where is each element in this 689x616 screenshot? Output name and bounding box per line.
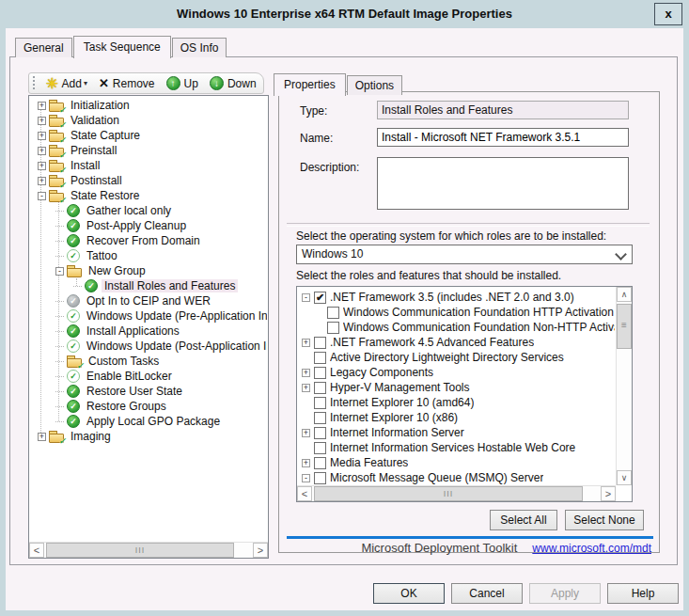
scrollbar-thumb[interactable]: III [46,543,234,558]
mdt-link[interactable]: www.microsoft.com/mdt [532,542,651,555]
expand-icon[interactable]: + [38,177,46,185]
close-button[interactable]: x [654,3,682,25]
role-checkbox[interactable] [314,412,326,424]
expand-icon[interactable]: + [38,433,46,441]
os-dropdown[interactable]: Windows 10 [296,245,633,264]
role-item[interactable]: Windows Communication Foundation Non-HTT… [298,320,615,335]
add-button[interactable]: ✳ Add ▾ [40,73,93,93]
collapse-icon[interactable]: - [38,192,46,200]
tree-item[interactable]: +✓Validation [30,113,267,128]
tree-item[interactable]: -✓State Restore [30,188,267,203]
role-checkbox[interactable] [327,307,339,319]
role-item[interactable]: +Media Features [298,455,615,470]
role-item[interactable]: +Hyper-V Management Tools [298,380,615,395]
role-item[interactable]: Internet Explorer 10 (amd64) [298,395,615,410]
tab-general[interactable]: General [15,38,72,57]
ok-button[interactable]: OK [373,583,445,604]
tree-item[interactable]: +✓State Capture [30,128,267,143]
tree-item[interactable]: +✓Imaging [30,429,267,444]
role-checkbox[interactable] [314,397,326,409]
help-button[interactable]: Help [607,583,679,604]
tab-properties[interactable]: Properties [274,73,346,96]
scroll-left-icon[interactable]: < [29,543,44,558]
tree-item[interactable]: +✓Postinstall [30,173,267,188]
select-all-button[interactable]: Select All [490,510,557,530]
tree-item[interactable]: ✓Apply Local GPO Package [30,414,267,429]
collapse-icon[interactable]: - [55,267,64,276]
tree-item[interactable]: -New Group [30,263,267,278]
role-checkbox[interactable] [314,427,326,439]
collapse-icon[interactable]: - [302,474,310,482]
tab-options[interactable]: Options [347,75,402,95]
tree-item[interactable]: ✓Post-Apply Cleanup [30,218,267,233]
scroll-up-icon[interactable]: ∧ [617,287,632,302]
tree-item[interactable]: ✓Restore Groups [30,399,267,414]
select-none-button[interactable]: Select None [565,510,644,530]
role-item[interactable]: -✔.NET Framework 3.5 (includes .NET 2.0 … [298,290,615,305]
role-item[interactable]: -Microsoft Message Queue (MSMQ) Server [298,470,615,484]
roles-vertical-scrollbar[interactable]: ∧ ≡ ∨ [616,287,632,485]
tree-item[interactable]: ✓Enable BitLocker [30,369,267,384]
role-item[interactable]: +Legacy Components [298,365,615,380]
expand-icon[interactable]: + [38,162,46,170]
tree-item[interactable]: ✓Install Applications [30,324,267,339]
tree-item[interactable]: +✓Initialization [30,98,267,113]
step-green-check-icon: ✓ [67,204,80,217]
tree-item[interactable]: ✓Windows Update (Pre-Application Install… [30,308,267,324]
tree-item[interactable]: ✓Restore User State [30,384,267,399]
scroll-left-icon[interactable]: < [297,486,312,501]
scrollbar-thumb[interactable]: III [314,486,583,501]
tab-os-info[interactable]: OS Info [172,38,227,57]
role-checkbox[interactable] [314,457,326,469]
tab-task-sequence[interactable]: Task Sequence [73,36,171,58]
role-checkbox[interactable] [314,472,326,484]
tree-item[interactable]: ✓Custom Tasks [30,354,267,369]
scrollbar-thumb[interactable]: ≡ [617,304,632,349]
tree-item[interactable]: ✓Gather local only [30,203,267,218]
expand-icon[interactable]: + [302,459,310,467]
tree-horizontal-scrollbar[interactable]: < III > [29,542,268,558]
tree-item[interactable]: ✓Install Roles and Features [30,278,267,293]
tree-item[interactable]: +✓Preinstall [30,143,267,158]
expand-icon[interactable]: + [38,132,46,140]
up-button[interactable]: ↑ Up [161,73,204,93]
collapse-icon[interactable]: - [302,293,310,302]
role-item[interactable]: +.NET Framework 4.5 Advanced Features [298,335,615,350]
scroll-right-icon[interactable]: > [253,543,268,558]
tree-item[interactable]: ✓Tattoo [30,248,267,263]
role-checkbox[interactable] [314,352,326,364]
apply-button[interactable]: Apply [529,583,601,604]
role-checkbox[interactable] [327,322,339,334]
tree-item[interactable]: ✓Recover From Domain [30,233,267,248]
role-checkbox[interactable] [314,337,326,349]
scroll-right-icon[interactable]: > [601,486,616,501]
expand-icon[interactable]: + [302,339,310,347]
role-checkbox[interactable] [314,442,326,454]
role-item[interactable]: Internet Explorer 10 (x86) [298,410,615,425]
expand-icon[interactable]: + [38,147,46,155]
description-input[interactable] [377,157,629,210]
tree-item[interactable]: ✓Opt In to CEIP and WER [30,293,267,308]
role-checkbox[interactable] [314,367,326,379]
cancel-button[interactable]: Cancel [451,583,523,604]
expand-icon[interactable]: + [38,102,46,110]
tree-item[interactable]: ✓Windows Update (Post-Application Instal… [30,339,267,354]
role-item[interactable]: +Internet Information Server [298,425,615,440]
scroll-down-icon[interactable]: ∨ [617,470,632,485]
tree-item[interactable]: +✓Install [30,158,267,173]
role-item[interactable]: Windows Communication Foundation HTTP Ac… [298,305,615,320]
role-item[interactable]: Active Directory Lightweight Directory S… [298,350,615,365]
down-button[interactable]: ↓ Down [204,73,262,93]
tree-item-label: Custom Tasks [86,355,162,368]
name-input[interactable] [377,128,629,147]
role-item[interactable]: Internet Information Services Hostable W… [298,440,615,455]
tree-item-label: State Restore [68,189,142,202]
expand-icon[interactable]: + [38,117,46,125]
expand-icon[interactable]: + [302,369,310,377]
remove-button[interactable]: ✕ Remove [93,73,161,93]
role-checkbox[interactable]: ✔ [314,292,326,304]
roles-horizontal-scrollbar[interactable]: < III > [297,485,616,501]
role-checkbox[interactable] [314,382,326,394]
expand-icon[interactable]: + [302,384,310,392]
expand-icon[interactable]: + [302,429,310,437]
